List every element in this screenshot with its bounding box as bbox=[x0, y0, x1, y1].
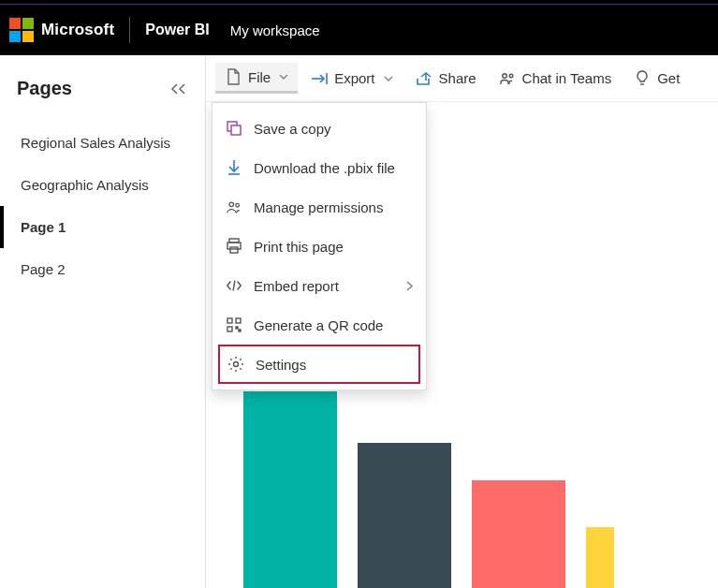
svg-rect-19 bbox=[236, 327, 238, 329]
header-divider bbox=[129, 17, 130, 43]
powerbi-brand[interactable]: Power BI bbox=[145, 22, 209, 38]
collapse-sidebar-icon[interactable] bbox=[169, 82, 188, 96]
menu-settings[interactable]: Settings bbox=[218, 345, 420, 384]
workspace-breadcrumb[interactable]: My workspace bbox=[230, 22, 320, 38]
svg-point-11 bbox=[236, 203, 240, 207]
save-copy-icon bbox=[226, 120, 242, 137]
bar-1 bbox=[243, 391, 337, 588]
svg-point-21 bbox=[234, 362, 239, 367]
share-button[interactable]: Share bbox=[406, 65, 486, 93]
sidebar-item-page-2[interactable]: Page 2 bbox=[0, 248, 205, 290]
global-header: Microsoft Power BI My workspace bbox=[0, 5, 718, 55]
microsoft-text: Microsoft bbox=[41, 21, 114, 39]
microsoft-logo[interactable]: Microsoft bbox=[9, 18, 114, 42]
qr-icon bbox=[226, 316, 242, 333]
teams-icon bbox=[499, 70, 516, 87]
svg-rect-13 bbox=[227, 243, 241, 249]
people-icon bbox=[226, 198, 242, 215]
sidebar-item-page-1[interactable]: Page 1 bbox=[0, 206, 205, 248]
bar-4 bbox=[586, 527, 614, 588]
menu-manage-permissions[interactable]: Manage permissions bbox=[212, 187, 426, 227]
sidebar-title: Pages bbox=[17, 78, 72, 99]
print-icon bbox=[226, 238, 242, 255]
svg-rect-17 bbox=[236, 318, 241, 323]
chevron-down-icon bbox=[384, 76, 393, 81]
bar-2 bbox=[358, 443, 451, 588]
svg-point-10 bbox=[229, 202, 234, 207]
menu-generate-qr-code[interactable]: Generate a QR code bbox=[212, 305, 426, 345]
export-button[interactable]: Export bbox=[301, 65, 402, 93]
svg-rect-16 bbox=[227, 318, 232, 323]
svg-rect-20 bbox=[239, 330, 241, 331]
submenu-arrow-icon bbox=[406, 281, 413, 291]
svg-line-15 bbox=[233, 281, 235, 291]
gear-icon bbox=[227, 356, 244, 373]
svg-rect-14 bbox=[230, 247, 238, 253]
menu-embed-report[interactable]: Embed report bbox=[212, 266, 426, 305]
menu-print-this-page[interactable]: Print this page bbox=[212, 227, 426, 266]
download-icon bbox=[226, 159, 242, 176]
report-toolbar: File Export bbox=[206, 55, 718, 102]
menu-download-pbix[interactable]: Download the .pbix file bbox=[212, 148, 426, 187]
svg-point-4 bbox=[509, 74, 513, 78]
file-icon bbox=[225, 68, 242, 85]
menu-save-a-copy[interactable]: Save a copy bbox=[212, 109, 426, 148]
bar-3 bbox=[472, 480, 565, 588]
code-icon bbox=[226, 277, 242, 294]
file-dropdown-menu: Save a copy Download the .pbix file M bbox=[212, 102, 427, 390]
get-insights-button[interactable]: Get bbox=[624, 65, 689, 93]
file-button[interactable]: File bbox=[215, 63, 298, 94]
sidebar-item-regional-sales[interactable]: Regional Sales Analysis bbox=[0, 122, 205, 164]
chat-in-teams-button[interactable]: Chat in Teams bbox=[490, 65, 622, 93]
svg-rect-18 bbox=[227, 327, 232, 331]
sidebar-item-geographic-analysis[interactable]: Geographic Analysis bbox=[0, 164, 205, 206]
svg-rect-7 bbox=[231, 125, 241, 135]
chevron-down-icon bbox=[279, 74, 288, 80]
lightbulb-icon bbox=[634, 70, 651, 87]
svg-point-3 bbox=[502, 73, 506, 78]
bar-chart[interactable] bbox=[243, 373, 718, 588]
pages-sidebar: Pages Regional Sales Analysis Geographic… bbox=[0, 55, 206, 588]
report-canvas-area: File Export bbox=[206, 55, 718, 588]
export-icon bbox=[311, 70, 328, 87]
share-icon bbox=[416, 70, 432, 87]
